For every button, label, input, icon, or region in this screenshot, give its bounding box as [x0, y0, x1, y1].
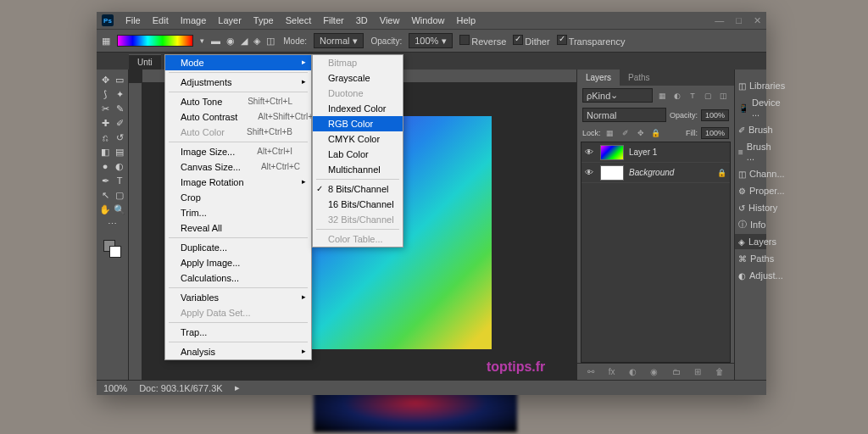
menu-3d[interactable]: 3D	[351, 14, 373, 27]
eraser-tool[interactable]: ◧	[98, 145, 112, 159]
kind-filter[interactable]: ρ Kind ⌄	[582, 88, 653, 103]
mask-icon[interactable]: ◐	[629, 367, 637, 376]
panel-paths[interactable]: ⌘Paths	[735, 251, 766, 266]
menu-item-image-size[interactable]: Image Size...Alt+Ctrl+I	[165, 144, 311, 159]
menu-filter[interactable]: Filter	[318, 14, 348, 27]
menu-layer[interactable]: Layer	[213, 14, 247, 27]
brush-tool[interactable]: ✐	[113, 116, 126, 130]
panel-history[interactable]: ↺History	[735, 200, 766, 215]
lock-all-icon[interactable]: 🔒	[650, 128, 662, 138]
submenu-32bits[interactable]: 32 Bits/Channel	[313, 212, 403, 227]
layer-item[interactable]: 👁 Layer 1	[581, 142, 730, 163]
dodge-tool[interactable]: ◐	[113, 159, 126, 173]
history-brush-tool[interactable]: ↺	[113, 131, 126, 144]
move-tool[interactable]: ✥	[98, 73, 112, 86]
transparency-checkbox[interactable]: Transparency	[557, 35, 626, 47]
gradient-type-icons[interactable]: ▬ ◉ ◢ ◈ ◫	[211, 36, 276, 47]
submenu-lab[interactable]: Lab Color	[313, 147, 403, 162]
heal-tool[interactable]: ✚	[98, 116, 112, 130]
layer-opacity[interactable]: 100%	[701, 109, 729, 121]
gradient-preset-picker[interactable]	[117, 35, 193, 47]
stamp-tool[interactable]: ⎌	[98, 131, 112, 144]
path-tool[interactable]: ↖	[98, 188, 112, 202]
filter-type-icon[interactable]: T	[687, 91, 698, 101]
menu-item-reveal-all[interactable]: Reveal All	[165, 220, 311, 236]
menu-image[interactable]: Image	[175, 14, 212, 27]
filter-smart-icon[interactable]: ◫	[717, 91, 729, 101]
menu-item-adjustments[interactable]: Adjustments	[165, 75, 311, 90]
doc-size[interactable]: Doc: 903.1K/677.3K	[139, 383, 222, 393]
group-icon[interactable]: 🗀	[672, 367, 681, 376]
menu-item-crop[interactable]: Crop	[165, 190, 311, 205]
menu-item-auto-tone[interactable]: Auto ToneShift+Ctrl+L	[165, 94, 311, 109]
reverse-checkbox[interactable]: Reverse	[459, 35, 506, 47]
panel-libraries[interactable]: ◫Libraries	[735, 78, 766, 93]
lock-position-icon[interactable]: ✥	[635, 128, 647, 138]
panel-channels[interactable]: ◫Chann...	[735, 166, 766, 181]
lock-pixels-icon[interactable]: ▦	[604, 128, 616, 138]
menu-item-analysis[interactable]: Analysis	[165, 344, 311, 359]
hand-tool[interactable]: ✋	[98, 203, 112, 216]
maximize-button[interactable]: □	[736, 15, 742, 26]
submenu-duotone[interactable]: Duotone	[313, 86, 403, 101]
blend-mode[interactable]: Normal	[582, 108, 666, 122]
tab-layers[interactable]: Layers	[577, 70, 620, 86]
visibility-icon[interactable]: 👁	[585, 168, 595, 177]
tab-paths[interactable]: Paths	[620, 70, 659, 86]
gradient-tool[interactable]: ▤	[113, 145, 126, 159]
filter-adjust-icon[interactable]: ◐	[671, 91, 683, 101]
blur-tool[interactable]: ●	[98, 159, 112, 173]
menu-view[interactable]: View	[375, 14, 405, 27]
fill-opacity[interactable]: 100%	[701, 127, 729, 139]
menu-type[interactable]: Type	[248, 14, 279, 27]
panel-device[interactable]: 📱Device ...	[735, 95, 766, 120]
submenu-color-table[interactable]: Color Table...	[313, 231, 403, 247]
layer-thumbnail[interactable]	[600, 145, 624, 160]
crop-tool[interactable]: ✂	[98, 102, 112, 115]
panel-info[interactable]: ⓘInfo	[735, 217, 766, 232]
opacity-input[interactable]: 100%▾	[409, 33, 453, 48]
panel-brush-settings[interactable]: ≡Brush ...	[735, 139, 766, 164]
submenu-multichannel[interactable]: Multichannel	[313, 162, 403, 177]
submenu-grayscale[interactable]: Grayscale	[313, 70, 403, 86]
layer-name[interactable]: Background	[629, 168, 712, 177]
submenu-bitmap[interactable]: Bitmap	[313, 55, 403, 70]
delete-layer-icon[interactable]: 🗑	[715, 367, 724, 376]
fx-icon[interactable]: fx	[609, 367, 615, 376]
menu-item-apply-data-set[interactable]: Apply Data Set...	[165, 305, 311, 320]
panel-layers[interactable]: ◈Layers	[735, 234, 766, 249]
submenu-16bits[interactable]: 16 Bits/Channel	[313, 197, 403, 212]
menu-item-auto-color[interactable]: Auto ColorShift+Ctrl+B	[165, 125, 311, 140]
panel-brush[interactable]: ✐Brush	[735, 122, 766, 137]
layer-item[interactable]: 👁 Background 🔒	[581, 163, 730, 183]
menu-item-calculations[interactable]: Calculations...	[165, 270, 311, 286]
menu-item-trap[interactable]: Trap...	[165, 325, 311, 340]
filter-pixel-icon[interactable]: ▦	[656, 91, 668, 101]
edit-toolbar[interactable]: ⋯	[106, 217, 120, 231]
close-button[interactable]: ✕	[754, 15, 761, 26]
menu-window[interactable]: Window	[406, 14, 449, 27]
menu-item-mode[interactable]: Mode	[165, 55, 311, 70]
menu-help[interactable]: Help	[452, 14, 481, 27]
menu-item-auto-contrast[interactable]: Auto ContrastAlt+Shift+Ctrl+L	[165, 109, 311, 125]
eyedropper-tool[interactable]: ✎	[113, 102, 126, 115]
menu-item-trim[interactable]: Trim...	[165, 205, 311, 220]
pen-tool[interactable]: ✒	[98, 174, 112, 187]
adjustment-icon[interactable]: ◉	[650, 367, 658, 376]
lasso-tool[interactable]: ⟆	[98, 87, 112, 101]
shape-tool[interactable]: ▢	[113, 188, 126, 202]
menu-edit[interactable]: Edit	[147, 14, 174, 27]
zoom-tool[interactable]: 🔍	[113, 203, 126, 216]
zoom-level[interactable]: 100%	[103, 383, 127, 393]
blend-mode-select[interactable]: Normal▾	[314, 33, 364, 48]
new-layer-icon[interactable]: ⊞	[694, 367, 701, 376]
submenu-indexed[interactable]: Indexed Color	[313, 101, 403, 116]
panel-properties[interactable]: ⚙Proper...	[735, 183, 766, 198]
type-tool[interactable]: T	[113, 174, 126, 187]
menu-item-apply-image[interactable]: Apply Image...	[165, 255, 311, 270]
menu-item-image-rotation[interactable]: Image Rotation	[165, 175, 311, 190]
background-swatch[interactable]	[109, 246, 121, 258]
minimize-button[interactable]: —	[715, 15, 724, 26]
foreground-swatch[interactable]	[103, 240, 115, 252]
menu-select[interactable]: Select	[281, 14, 317, 27]
